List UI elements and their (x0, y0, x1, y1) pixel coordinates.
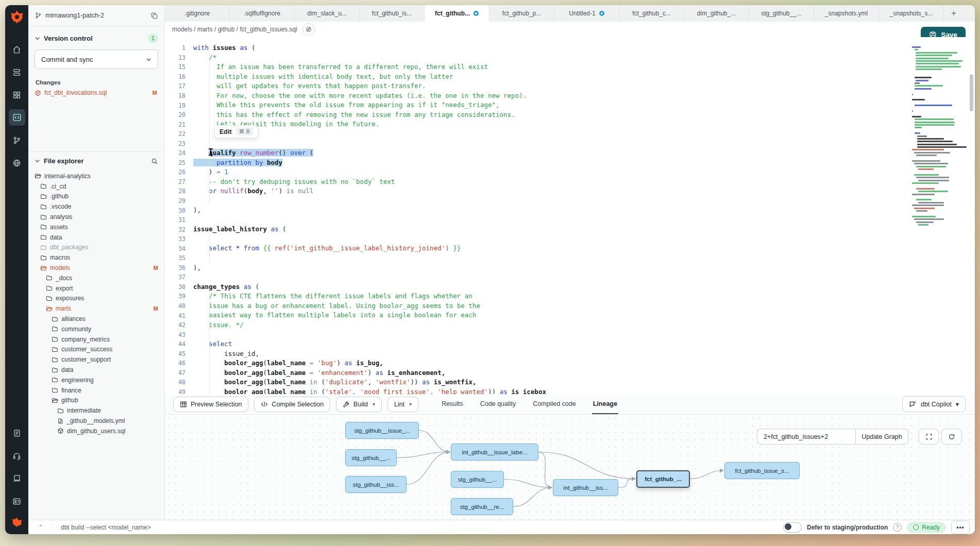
code-line-24[interactable]: 24 qualify row_number() over ( (165, 148, 975, 158)
code-line-36[interactable]: 36), (165, 263, 975, 273)
code-line-28[interactable]: 28 or nullif(body, '') is null (165, 186, 975, 196)
changelog-icon[interactable] (9, 425, 25, 441)
commit-and-sync-select[interactable]: Commit and sync (35, 49, 158, 69)
defer-toggle[interactable] (783, 522, 802, 533)
projects-grid-icon[interactable] (9, 87, 25, 103)
code-line-19[interactable]: 19 While this prevents the old issue fro… (165, 100, 975, 110)
update-graph-button[interactable]: Update Graph (855, 429, 908, 445)
copy-branch-icon[interactable] (150, 12, 158, 20)
file-tree-item-intermediate[interactable]: intermediate (28, 405, 164, 416)
editor-tab-stg_github__...[interactable]: stg_github__... (749, 5, 814, 22)
editor-tab-.gitignore[interactable]: .gitignore (165, 5, 230, 22)
file-tree-item-alliances[interactable]: alliances (28, 314, 164, 324)
code-line-31[interactable]: 31 (165, 215, 975, 225)
lineage-node-fct_github_issue_s[interactable]: fct_github_issue_s... (724, 462, 800, 479)
code-line-26[interactable]: 26 ) = 1 (165, 167, 975, 177)
file-tree-item-community[interactable]: community (28, 324, 164, 334)
editor-tab-dim_github_...[interactable]: dim_github_... (684, 5, 749, 22)
expand-command-bar-button[interactable]: ⌃ (28, 524, 54, 531)
code-line-23[interactable]: 23 (165, 139, 975, 148)
file-tree-item-engineering[interactable]: engineering (28, 375, 164, 385)
minimap[interactable] (912, 46, 964, 227)
code-line-35[interactable]: 35 (165, 253, 975, 263)
code-line-17[interactable]: 17 will get updates for events that happ… (165, 81, 975, 91)
docs-book-icon[interactable] (9, 470, 25, 487)
code-line-20[interactable]: 20 this has the effect of removing the n… (165, 110, 975, 120)
file-tree-item-macros[interactable]: macros (28, 252, 164, 263)
file-tree-item-data[interactable]: data (28, 232, 164, 243)
code-line-18[interactable]: 18 For now, choose the one with more rec… (165, 91, 975, 101)
file-tree-item-github[interactable]: github (28, 396, 164, 406)
account-card-icon[interactable] (9, 493, 25, 509)
code-line-30[interactable]: 30), (165, 206, 975, 215)
home-icon[interactable] (9, 41, 25, 58)
tab-results[interactable]: Results (441, 394, 464, 414)
file-tree-item-analysis[interactable]: analysis (28, 212, 164, 222)
lineage-node-stg_github__[interactable]: stg_github__... (451, 471, 504, 488)
file-tree-item-data[interactable]: data (28, 365, 164, 375)
editor-tab-fct_github_is...[interactable]: fct_github_is... (360, 5, 425, 22)
changed-file-row[interactable]: fct_dbt_invocations.sqlM (28, 88, 164, 98)
file-tree-item-.github[interactable]: .github (28, 192, 164, 202)
code-line-16[interactable]: 16 multiple issues with identical body t… (165, 72, 975, 82)
code-line-42[interactable]: 42 issue. */ (165, 320, 975, 330)
build-button[interactable]: Build ▾ (336, 397, 382, 412)
lineage-node-stg_github__re[interactable]: stg_github__re... (451, 498, 513, 515)
help-icon[interactable]: ? (893, 523, 902, 532)
editor-scrollbar[interactable] (969, 37, 974, 394)
file-tree-item-export[interactable]: export (28, 283, 164, 294)
file-tree-item-assets[interactable]: assets (28, 222, 164, 232)
code-line-21[interactable]: 21 Let's revisit this modeling in the fu… (165, 120, 975, 129)
tab-code-quality[interactable]: Code quality (479, 394, 517, 414)
file-tree-item-.ci_cd[interactable]: .ci_cd (28, 181, 164, 192)
tab-compiled-code[interactable]: Compiled code (532, 394, 577, 414)
code-line-37[interactable]: 37 (165, 272, 975, 282)
lineage-node-stg_github__[interactable]: stg_github__... (345, 449, 397, 466)
lineage-node-fct_github_[interactable]: fct_github_... (636, 470, 690, 488)
lineage-node-int_github__iss[interactable]: int_github__iss... (553, 479, 618, 496)
breadcrumb-action-icon[interactable] (302, 23, 315, 36)
code-line-34[interactable]: 34 select * from {{ ref('int_github__iss… (165, 244, 975, 253)
file-tree-item-dim_github_users.sql[interactable]: dim_github_users.sql (28, 426, 164, 436)
editor-tab-fct_github...[interactable]: fct_github... (425, 5, 489, 22)
code-line-22[interactable]: 22 (165, 129, 975, 139)
code-line-45[interactable]: 45 issue_id, (165, 349, 975, 359)
editor-tab-_snapshots_s...[interactable]: _snapshots_s... (879, 5, 944, 22)
refresh-graph-button[interactable] (941, 429, 962, 445)
file-tree-item-models[interactable]: modelsM (28, 263, 164, 273)
file-explorer-header[interactable]: File explorer (28, 152, 164, 169)
file-tree-item-marts[interactable]: martsM (28, 303, 164, 314)
compile-selection-button[interactable]: Compile Selection (254, 397, 330, 412)
code-line-48[interactable]: 48 boolor_agg(label_name in ('duplicate'… (165, 378, 975, 387)
support-headset-icon[interactable] (9, 448, 25, 464)
code-editor[interactable]: 1with issues as (13 /*15 If an issue has… (165, 37, 975, 394)
file-tree-item-customer_support[interactable]: customer_support (28, 354, 164, 365)
code-line-1[interactable]: 1with issues as ( (165, 43, 975, 53)
code-line-15[interactable]: 15 If an issue has been transferred to a… (165, 62, 975, 72)
code-line-25[interactable]: 25 partition by body (165, 158, 975, 168)
overflow-menu-button[interactable]: ••• (951, 521, 970, 534)
editor-tab-fct_github_p...[interactable]: fct_github_p... (489, 5, 554, 22)
code-line-44[interactable]: 44 select (165, 339, 975, 349)
code-line-29[interactable]: 29 (165, 196, 975, 206)
editor-tab-fct_github_c...[interactable]: fct_github_c... (619, 5, 684, 22)
code-line-38[interactable]: 38change_types as ( (165, 282, 975, 292)
fullscreen-button[interactable] (919, 429, 939, 445)
file-tree-item-company_metrics[interactable]: company_metrics (28, 334, 164, 345)
lineage-node-stg_github__iss[interactable]: stg_github__iss... (345, 476, 407, 493)
tab-lineage[interactable]: Lineage (592, 394, 618, 414)
git-branch-icon[interactable] (9, 132, 25, 148)
explore-globe-icon[interactable] (9, 155, 25, 171)
search-icon[interactable] (151, 158, 158, 165)
dbt-copilot-button[interactable]: dbt Copilot ▾ (902, 396, 966, 412)
editor-tab-.sqlfluffignore[interactable]: .sqlfluffignore (230, 5, 295, 22)
new-tab-button[interactable]: + (944, 5, 964, 22)
code-line-49[interactable]: 49 boolor_agg(label_name in ('stale', 'g… (165, 387, 975, 394)
file-tree-item-exposures[interactable]: exposures (28, 294, 164, 304)
lineage-selector-input[interactable] (757, 429, 855, 445)
file-tree-item-.vscode[interactable]: .vscode (28, 201, 164, 212)
code-line-40[interactable]: 40 issue has a bug or enhancement label.… (165, 301, 975, 311)
code-line-46[interactable]: 46 boolor_agg(label_name = 'bug') as is_… (165, 359, 975, 368)
code-line-41[interactable]: 41 easiest way to flatten multiple label… (165, 311, 975, 320)
editor-tab-_snapshots.yml[interactable]: _snapshots.yml (814, 5, 879, 22)
